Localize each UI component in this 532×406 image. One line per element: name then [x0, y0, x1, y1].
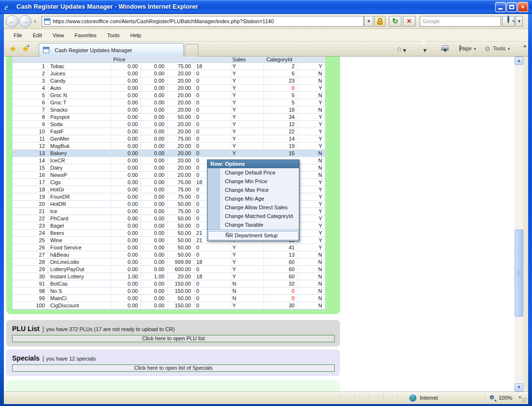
table-row[interactable]: 11GenMer0.000.0075.000Y14Y	[13, 135, 325, 143]
table-row[interactable]: 3Candy0.000.0020.000Y23N	[13, 77, 325, 85]
refresh-button[interactable]: ↻	[389, 16, 401, 27]
menu-favorites[interactable]: Favorites	[70, 31, 101, 40]
table-row[interactable]: 99MainCi0.000.0050.000N0N	[13, 295, 325, 302]
url-dropdown-button[interactable]: ▼	[364, 16, 373, 27]
table-row[interactable]: 12MagBuk0.000.0020.000Y19Y	[13, 143, 325, 150]
cell-name: HotDR	[48, 201, 112, 207]
cell-min-age: 0	[194, 121, 231, 128]
cell-name: Bagel	[48, 222, 112, 229]
table-row[interactable]: 7Snacks0.000.0020.000Y18N	[13, 106, 325, 114]
cell-number: 17	[13, 179, 48, 186]
search-button[interactable]	[502, 16, 515, 27]
tab-active[interactable]: Cash Register Updates Manager	[39, 43, 184, 57]
context-menu-item[interactable]: Change Max Price	[207, 186, 299, 194]
cell-min-price: 0.00	[141, 237, 168, 244]
menu-help[interactable]: Help	[125, 31, 146, 40]
favorites-star-icon[interactable]: ★	[10, 44, 16, 53]
context-menu-item[interactable]: Change Min Price	[207, 177, 299, 186]
print-dropdown[interactable]: ▼	[443, 47, 448, 53]
add-favorite-icon[interactable]: ★+	[22, 44, 29, 53]
feeds-dropdown[interactable]: ▼	[422, 47, 428, 53]
table-row[interactable]: 10FastF0.000.0020.000Y22Y	[13, 128, 325, 135]
security-lock-button[interactable]	[374, 16, 385, 27]
table-row[interactable]: 13Bakery0.000.0020.000Y15N	[13, 150, 325, 157]
table-row[interactable]: 100CigDiscount0.000.00150.000Y30N	[13, 302, 325, 309]
context-menu-item[interactable]: Change Min Age	[207, 194, 299, 203]
table-row[interactable]: 29LotteryPayOut0.000.00600.000Y60N	[13, 266, 325, 273]
table-row[interactable]: 9Soda0.000.0020.000Y12Y	[13, 121, 325, 128]
cell-default-price: 1.00	[111, 273, 141, 280]
close-button[interactable]: ×	[517, 2, 528, 12]
tools-button[interactable]: ⚙	[484, 45, 490, 52]
cell-name: OnLineLotto	[48, 259, 112, 265]
cell-number: 28	[13, 259, 48, 265]
cell-default-price: 0.00	[111, 157, 141, 164]
menu-edit[interactable]: Edit	[28, 31, 47, 40]
resize-grip[interactable]	[521, 397, 527, 403]
page-label[interactable]: Page ▼	[459, 45, 477, 51]
home-button[interactable]: ⌂	[397, 45, 401, 52]
cell-min-age: 0	[194, 70, 231, 77]
forward-button[interactable]: →	[19, 15, 31, 28]
cell-default-price: 0.00	[111, 99, 141, 106]
context-menu-item[interactable]: Change Default Price	[207, 168, 299, 177]
cell-default-price: 0.00	[111, 244, 141, 251]
cell-number: 19	[13, 193, 48, 200]
table-row[interactable]: 8Payspot0.000.0050.000Y34Y	[13, 114, 325, 121]
row-options-context-menu: Row: Options Change Default PriceChange …	[207, 160, 299, 241]
url-text: https://www.cstoreoffice.com/Alerts/Cash…	[53, 18, 274, 24]
table-row[interactable]: 2Juices0.000.0020.000Y6N	[13, 70, 325, 77]
table-row[interactable]: 26Food Service0.000.0050.000Y41Y	[13, 244, 325, 251]
table-row[interactable]: 91BotCas0.000.00150.000N32N	[13, 280, 325, 288]
stop-button[interactable]: ×	[403, 16, 415, 27]
cell-allow-direct-sales: N	[231, 280, 265, 287]
cell-default-price: 0.00	[111, 135, 141, 142]
open-plu-list-button[interactable]: Click here to open PLU list	[12, 335, 335, 342]
title-bar[interactable]: e Cash Register Updates Manager - Window…	[0, 0, 532, 14]
cell-category-id: 60	[264, 273, 298, 280]
cell-max-price: 20.00	[168, 85, 194, 91]
table-row[interactable]: 5Groc N0.000.0020.000Y5N	[13, 92, 325, 99]
table-row[interactable]: 6Groc T0.000.0020.000Y5Y	[13, 99, 325, 106]
open-specials-list-button[interactable]: Click here to open list of Specials	[12, 364, 335, 372]
context-menu-body: Change Default PriceChange Min PriceChan…	[207, 168, 299, 241]
url-field[interactable]: https://www.cstoreoffice.com/Alerts/Cash…	[42, 16, 364, 27]
context-menu-item-department-setup[interactable]: ÑR Department Setup	[208, 231, 298, 240]
tools-label[interactable]: Tools ▼	[493, 45, 511, 51]
toolbar-overflow-button[interactable]: »	[523, 43, 526, 49]
table-row[interactable]: 27h&Beau0.000.0050.000Y13N	[13, 251, 325, 259]
back-button[interactable]: ←	[6, 15, 18, 28]
cell-number: 29	[13, 266, 48, 273]
menu-file[interactable]: File	[9, 31, 27, 40]
context-menu-item[interactable]: Change Allow Direct Sales	[207, 203, 299, 212]
table-row[interactable]: 98No S0.000.00150.000N0N	[13, 288, 325, 295]
history-dropdown[interactable]: ▼	[33, 19, 37, 24]
search-input[interactable]: Google	[420, 16, 501, 27]
command-bar: ⌂ ▼ ▼ ▼ Page ▼ ⚙ Tools ▼ »	[383, 42, 528, 57]
vertical-scrollbar[interactable]: ▲ ▼	[515, 57, 523, 392]
context-menu-item[interactable]: Change Matched CategoryId	[207, 212, 299, 220]
context-menu-item[interactable]: Change Taxable	[207, 220, 299, 229]
table-row[interactable]: 28OnLineLotto0.000.00999.9918Y60N	[13, 259, 325, 266]
scroll-up-button[interactable]: ▲	[515, 57, 523, 65]
search-options-dropdown[interactable]: ▼	[516, 16, 523, 27]
table-row[interactable]: 4Auto0.000.0020.000Y0Y	[13, 85, 325, 92]
cell-taxable: N	[298, 251, 325, 258]
tab-bar: ★ ★+ Cash Register Updates Manager ⌂ ▼ ▼…	[4, 42, 528, 57]
new-tab-button[interactable]	[185, 44, 198, 57]
cell-category-id: 12	[264, 121, 298, 128]
home-dropdown[interactable]: ▼	[402, 47, 407, 53]
table-row[interactable]: 1Tobac0.000.0075.0018Y2Y	[13, 63, 325, 70]
cell-name: LotteryPayOut	[48, 266, 112, 273]
maximize-button[interactable]	[506, 2, 517, 12]
cell-max-price: 20.00	[168, 106, 194, 113]
cell-min-price: 0.00	[141, 266, 168, 273]
cell-min-price: 0.00	[141, 70, 168, 77]
cell-min-price: 0.00	[141, 150, 168, 157]
scrollbar-thumb[interactable]	[515, 230, 523, 317]
minimize-button[interactable]	[495, 2, 506, 12]
menu-view[interactable]: View	[48, 31, 69, 40]
menu-tools[interactable]: Tools	[103, 31, 125, 40]
table-row[interactable]: 30Instant Lottery1.001.0020.0018Y60N	[13, 273, 325, 280]
scroll-down-button[interactable]: ▼	[515, 383, 523, 392]
